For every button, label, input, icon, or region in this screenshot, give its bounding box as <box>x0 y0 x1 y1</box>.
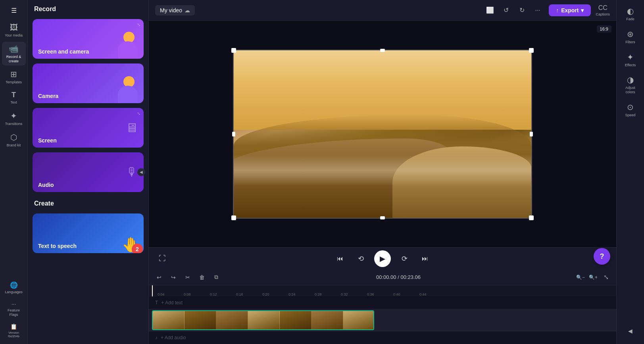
sidebar-item-label: Transitions <box>5 122 23 126</box>
your-media-icon: 🖼 <box>10 23 18 32</box>
corner-handle-br[interactable] <box>529 215 534 220</box>
card-label: Camera <box>38 93 58 99</box>
total-time: 00:23.06 <box>400 274 421 280</box>
card-label: Screen <box>38 137 57 144</box>
corner-handle-bl[interactable] <box>231 215 236 220</box>
sidebar-item-transitions[interactable]: ✦ Transitions <box>2 109 26 129</box>
help-button[interactable]: ? <box>594 248 610 265</box>
corner-handle-tl[interactable] <box>231 48 236 53</box>
sidebar-item-version[interactable]: 📋 Versionf9d354b <box>2 321 26 341</box>
fade-tool[interactable]: ◐ Fade <box>619 3 642 25</box>
speed-tool[interactable]: ⊙ Speed <box>619 99 642 121</box>
effects-label: Effects <box>625 63 636 67</box>
fast-forward-button[interactable]: ⟳ <box>397 252 411 266</box>
play-button[interactable]: ▶ <box>374 250 391 267</box>
sidebar-item-feature-flags[interactable]: ··· Feature Flags <box>2 298 26 319</box>
sidebar-item-label: Text <box>10 100 17 105</box>
languages-icon: 🌐 <box>10 281 18 289</box>
filters-tool[interactable]: ⊛ Filters <box>619 26 642 48</box>
panel-record-header: Record <box>28 0 148 17</box>
edge-handle-right[interactable] <box>530 132 533 136</box>
timeline-ruler: 0:04 0:08 0:12 0:16 0:20 0:24 0:28 0:32 <box>149 285 616 296</box>
audio-card[interactable]: Audio 🎙 <box>33 152 144 192</box>
right-tools-panel: ◐ Fade ⊛ Filters ✦ Effects ◑ Adjust colo… <box>616 0 644 344</box>
sidebar-item-record-create[interactable]: 📹 Record &create <box>2 42 26 66</box>
export-icon: ↑ <box>556 7 559 13</box>
screen-card[interactable]: Screen ⤡ 🖥 <box>33 108 144 148</box>
fade-label: Fade <box>626 17 634 21</box>
add-audio-row[interactable]: ♪ + Add audio <box>149 331 616 344</box>
add-text-row[interactable]: T + Add text <box>149 296 616 309</box>
topbar-toolbar: ⬜ ↺ ↻ ··· <box>484 4 544 17</box>
rotate-left-button[interactable]: ↺ <box>500 4 512 17</box>
adjust-colors-tool[interactable]: ◑ Adjust colors <box>619 72 642 98</box>
cut-button[interactable]: ✂ <box>182 272 193 283</box>
add-audio-label: + Add audio <box>161 335 186 340</box>
sidebar-item-brand-kit[interactable]: ⬡ Brand kit <box>2 130 26 150</box>
scene-icon-button[interactable]: ⛶ <box>155 252 169 266</box>
rotate-right-button[interactable]: ↻ <box>515 4 528 17</box>
speed-label: Speed <box>625 113 635 117</box>
camera-card[interactable]: Camera <box>33 63 144 103</box>
fit-zoom-button[interactable]: ⤡ <box>600 272 611 283</box>
person-silhouette-camera <box>118 75 140 103</box>
zoom-in-button[interactable]: 🔍+ <box>588 272 599 283</box>
export-button[interactable]: ↑ Export ▾ <box>549 4 591 16</box>
left-sidebar: ☰ 🖼 Your media 📹 Record &create ⊞ Templa… <box>0 0 28 344</box>
cursor-annotation-2: 🤚 2 <box>122 236 140 253</box>
video-frame[interactable] <box>233 50 532 219</box>
sidebar-item-your-media[interactable]: 🖼 Your media <box>2 21 26 40</box>
panel-scroll-arrow[interactable]: ◀ <box>137 168 145 176</box>
ruler-mark-0: 0:04 <box>158 292 184 296</box>
video-clip[interactable] <box>152 310 374 330</box>
thumb-6 <box>311 311 343 329</box>
captions-button[interactable]: CC Captions <box>596 4 610 16</box>
fade-icon: ◐ <box>627 6 634 16</box>
version-icon: 📋 <box>10 323 17 330</box>
ruler-mark-1: 0:08 <box>184 292 210 296</box>
delete-button[interactable]: 🗑 <box>196 272 208 283</box>
hamburger-menu[interactable]: ☰ <box>2 3 26 17</box>
right-panel-collapse-button[interactable]: ◀ <box>625 325 636 337</box>
ruler-mark-10: 0:44 <box>419 292 446 296</box>
edge-handle-bottom[interactable] <box>380 216 385 219</box>
ruler-mark-9: 0:40 <box>393 292 419 296</box>
sidebar-item-templates[interactable]: ⊞ Templates <box>2 67 26 87</box>
video-title[interactable]: My video ☁ <box>155 5 195 15</box>
panel-create-header: Create <box>28 194 148 211</box>
crop-button[interactable]: ⬜ <box>484 4 496 17</box>
undo-button[interactable]: ↩ <box>154 272 165 283</box>
edge-handle-top[interactable] <box>380 49 385 52</box>
skip-to-end-button[interactable]: ⏭ <box>418 252 432 266</box>
redo-button[interactable]: ↪ <box>168 272 179 283</box>
zoom-out-button[interactable]: 🔍− <box>575 272 586 283</box>
rewind-button[interactable]: ⟲ <box>354 252 368 266</box>
audio-note-icon: ♪ <box>155 335 158 340</box>
ruler-marks: 0:04 0:08 0:12 0:16 0:20 0:24 0:28 0:32 <box>158 285 616 296</box>
duplicate-button[interactable]: ⧉ <box>211 272 222 283</box>
screen-and-camera-card[interactable]: Screen and camera ⤡ 🤚 1 <box>33 19 144 59</box>
playhead-marker <box>152 285 153 296</box>
mist <box>234 154 531 186</box>
person-silhouette <box>118 30 140 59</box>
thumb-2 <box>185 311 216 329</box>
captions-label: Captions <box>596 12 610 16</box>
badge-2: 2 <box>132 244 143 253</box>
card-expand-icon: ⤡ <box>137 22 140 27</box>
text-to-speech-card[interactable]: Text to speech 🤚 2 <box>33 213 144 253</box>
skip-to-start-button[interactable]: ⏮ <box>333 252 347 266</box>
record-create-panel: Record Screen and camera ⤡ 🤚 1 Camera <box>28 0 149 344</box>
sidebar-item-languages[interactable]: 🌐 Languages <box>2 279 26 297</box>
corner-handle-tr[interactable] <box>529 48 534 53</box>
more-options-button[interactable]: ··· <box>531 4 544 17</box>
effects-tool[interactable]: ✦ Effects <box>619 49 642 71</box>
edge-handle-left[interactable] <box>232 132 235 136</box>
sidebar-item-text[interactable]: T Text <box>2 88 26 107</box>
thumb-1 <box>153 311 185 329</box>
hamburger-icon: ☰ <box>11 7 17 14</box>
effects-icon: ✦ <box>627 52 634 62</box>
timeline-time: 00:00.00 / 00:23.06 <box>225 274 572 280</box>
timeline-tracks: T + Add text ♪ + Add audio <box>149 296 616 344</box>
ruler-mark-6: 0:28 <box>315 292 341 296</box>
thumb-3 <box>216 311 248 329</box>
